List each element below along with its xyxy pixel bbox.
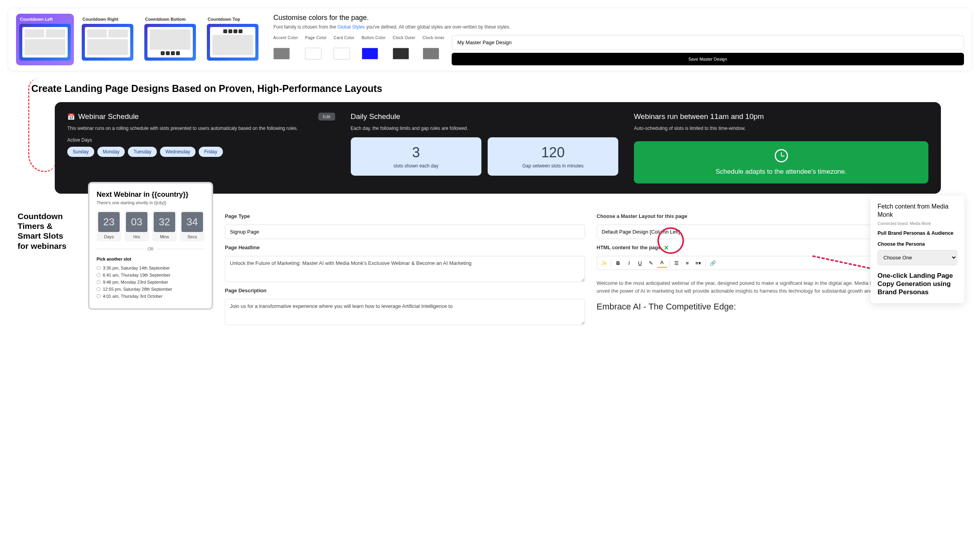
slot-option[interactable]: 12:55 pm, Saturday 28th September	[97, 286, 205, 293]
html-content-label: HTML content for the page	[597, 245, 661, 250]
schedule-panel: 📅 Webinar Schedule Edit This webinar run…	[55, 102, 941, 194]
countdown-card: Next Webinar in {{country}} There's one …	[88, 182, 213, 310]
persona-select[interactable]: Choose One	[878, 250, 957, 265]
radio-icon	[97, 266, 101, 270]
day-pill: Wednesday	[160, 147, 196, 157]
day-pill: Sunday	[67, 147, 94, 157]
timezone-box: Schedule adapts to the attendee's timezo…	[634, 141, 928, 183]
customise-subtitle: Font family is chosen from the Global St…	[273, 24, 964, 30]
radio-icon	[97, 287, 101, 291]
layout-thumb-countdown-bottom[interactable]: Cowntdown Bottom	[141, 14, 199, 65]
number-list-button[interactable]: ≡	[682, 258, 693, 268]
thumb-preview	[207, 24, 258, 61]
clock-inner-swatch[interactable]	[423, 48, 439, 59]
countdown-title: Next Webinar in {{country}}	[97, 191, 205, 199]
design-name-input[interactable]	[452, 35, 964, 50]
layout-customise-panel: Countdown Left Countdown Right Cowntdown…	[8, 8, 972, 71]
active-days-label: Active Days	[67, 137, 335, 143]
bold-button[interactable]: B	[613, 258, 623, 268]
section-headline: Create Landing Page Designs Based on Pro…	[31, 83, 972, 94]
italic-button[interactable]: I	[624, 258, 634, 268]
gap-stat: 120 Gap setween slots in minutes	[488, 137, 618, 176]
link-button[interactable]: 🔗	[708, 258, 718, 268]
align-button[interactable]: ≡▾	[693, 258, 704, 268]
countdown-feature-label: Countdown Timers & Smart Slots for webin…	[18, 182, 76, 251]
slots-shown-stat: 3 slots shown each day	[351, 137, 481, 176]
page-color-swatch[interactable]	[305, 48, 321, 59]
layout-thumb-countdown-left[interactable]: Countdown Left	[16, 14, 74, 65]
webinar-schedule-col: 📅 Webinar Schedule Edit This webinar run…	[67, 112, 335, 183]
page-headline-label: Page Headline	[225, 245, 585, 250]
countdown-tile-mins: 32Mins	[152, 210, 177, 241]
slot-option[interactable]: 4:01 am, Thursday 3rd October	[97, 293, 205, 300]
page-editor: Page Type Page Headline Unlock the Futur…	[225, 182, 957, 325]
persona-sub: Connected brand: Media Monk	[878, 221, 957, 226]
clock-icon	[775, 149, 788, 162]
thumb-preview	[144, 24, 196, 61]
day-pill: Tuesday	[128, 147, 157, 157]
thumb-title: Countdown Left	[16, 14, 74, 24]
persona-title: Fetch content from Media Monk	[878, 203, 957, 219]
magic-wand-icon[interactable]	[664, 245, 669, 250]
countdown-tile-secs: 34Secs	[180, 210, 205, 241]
color-label: Page Color	[305, 35, 327, 45]
slot-option[interactable]: 6:41 am, Thursday 19th September	[97, 272, 205, 279]
layout-thumb-countdown-top[interactable]: Countdown Top	[204, 14, 262, 65]
color-label: Card Color	[334, 35, 354, 45]
timezone-text: Schedule adapts to the attendee's timezo…	[716, 168, 847, 176]
countdown-sub: There's one starting shortly in {{city}}	[97, 200, 205, 205]
page-type-label: Page Type	[225, 213, 585, 219]
layout-thumb-countdown-right[interactable]: Countdown Right	[79, 14, 136, 65]
color-label: Clock Outer	[393, 35, 415, 45]
page-desc-input[interactable]: Join us for a transformative experience …	[225, 299, 585, 325]
persona-pull-heading: Pull Brand Personas & Audience	[878, 230, 957, 236]
thumb-preview	[19, 24, 71, 61]
connector-line	[28, 78, 56, 172]
color-label: Button Color	[362, 35, 386, 45]
editor-left-col: Page Type Page Headline Unlock the Futur…	[225, 213, 585, 325]
persona-popup: Fetch content from Media Monk Connected …	[871, 196, 964, 303]
edit-schedule-button[interactable]: Edit	[318, 113, 335, 121]
page-type-select[interactable]	[225, 225, 585, 239]
countdown-tile-hrs: 03Hrs	[124, 210, 149, 241]
highlight-button[interactable]: ✎	[646, 258, 656, 268]
card-color-swatch[interactable]	[334, 48, 350, 59]
layout-thumbnails: Countdown Left Countdown Right Cowntdown…	[16, 14, 262, 65]
thumb-title: Cowntdown Bottom	[141, 14, 199, 24]
calendar-icon: 📅	[67, 113, 75, 121]
customise-section: Customise colors for the page. Font fami…	[273, 14, 964, 65]
customise-title: Customise colors for the page.	[273, 14, 964, 22]
thumb-preview	[82, 24, 133, 61]
timezone-title: Webinars run between 11am and 10pm	[634, 112, 928, 121]
slot-option[interactable]: 3:35 pm, Saturday 14th September	[97, 264, 205, 272]
page-desc-label: Page Description	[225, 288, 585, 293]
underline-button[interactable]: U	[635, 258, 645, 268]
page-headline-input[interactable]: Unlock the Future of Marketing: Master A…	[225, 256, 585, 282]
slot-option[interactable]: 9:48 pm, Monday 23rd September	[97, 279, 205, 286]
color-label: Clock Inner	[423, 35, 445, 45]
global-styles-link[interactable]: Global Styles	[337, 24, 365, 30]
radio-icon	[97, 273, 101, 277]
persona-feature-text: One-click Landing Page Copy Generation u…	[878, 272, 957, 297]
daily-schedule-desc: Each day, the following limits and gap r…	[351, 125, 619, 132]
accent-color-swatch[interactable]	[273, 48, 290, 59]
text-color-button[interactable]: A	[657, 258, 667, 268]
clock-outer-swatch[interactable]	[393, 48, 409, 59]
pick-slot-head: Pick another slot	[97, 257, 205, 261]
daily-schedule-col: Daily Schedule Each day, the following l…	[351, 112, 619, 183]
save-master-button[interactable]: Save Master Design	[452, 53, 964, 65]
persona-choose-label: Choose the Persona	[878, 241, 957, 247]
wand-icon[interactable]: ✨	[599, 258, 609, 268]
day-pill: Friday	[199, 147, 223, 157]
webinar-schedule-desc: This webinar runs on a rolling schedule …	[67, 125, 335, 132]
day-pill: Monday	[97, 147, 125, 157]
color-label: Accent Color	[273, 35, 298, 45]
day-pills: Sunday Monday Tuesday Wednesday Friday	[67, 147, 335, 157]
bullet-list-button[interactable]: ☰	[671, 258, 682, 268]
timezone-col: Webinars run between 11am and 10pm Auto-…	[634, 112, 928, 183]
color-row: Accent Color Page Color Card Color Butto…	[273, 35, 964, 65]
radio-icon	[97, 280, 101, 284]
or-divider: OR	[97, 247, 205, 251]
thumb-title: Countdown Right	[79, 14, 136, 24]
button-color-swatch[interactable]	[362, 48, 378, 59]
